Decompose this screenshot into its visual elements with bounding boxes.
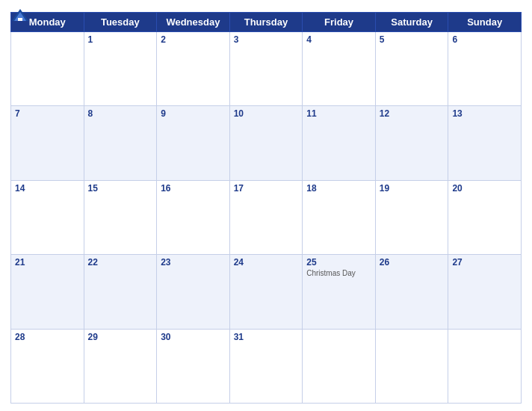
logo-icon [10, 7, 30, 24]
day-number: 25 [306, 257, 371, 268]
day-number: 2 [161, 34, 226, 45]
day-number: 16 [161, 183, 226, 194]
day-number: 28 [15, 332, 80, 342]
calendar-cell: 29 [84, 329, 157, 403]
calendar-cell: 24 [229, 255, 303, 329]
calendar-cell [375, 329, 448, 403]
calendar-cell: 26 [375, 255, 448, 329]
weekday-header-tuesday: Tuesday [84, 13, 157, 32]
calendar-cell: 27 [448, 255, 522, 329]
day-number: 27 [452, 257, 517, 268]
weekday-header-friday: Friday [303, 13, 376, 32]
day-number: 23 [161, 257, 226, 268]
day-number: 1 [88, 34, 153, 45]
calendar-cell: 11 [303, 106, 376, 180]
calendar-cell: 9 [157, 106, 230, 180]
calendar-cell: 18 [303, 180, 376, 254]
week-row-2: 78910111213 [11, 106, 522, 180]
weekday-header-wednesday: Wednesday [157, 13, 230, 32]
day-number: 31 [234, 332, 299, 342]
day-number: 11 [306, 108, 371, 119]
calendar-cell: 16 [157, 180, 230, 254]
calendar-cell: 6 [448, 32, 522, 106]
day-number: 20 [452, 183, 517, 194]
day-number: 4 [306, 34, 371, 45]
calendar-cell: 17 [229, 180, 303, 254]
week-row-1: 123456 [11, 32, 522, 106]
calendar-cell: 25Christmas Day [303, 255, 376, 329]
day-number: 9 [161, 108, 226, 119]
day-number: 30 [161, 332, 226, 342]
day-number: 17 [234, 183, 299, 194]
calendar-cell: 31 [229, 329, 303, 403]
calendar-cell: 15 [84, 180, 157, 254]
day-number: 21 [15, 257, 80, 268]
day-number: 6 [452, 34, 517, 45]
weekday-header-sunday: Sunday [448, 13, 522, 32]
calendar-cell: 20 [448, 180, 522, 254]
day-number: 29 [88, 332, 153, 342]
day-number: 14 [15, 183, 80, 194]
calendar-cell: 4 [303, 32, 376, 106]
day-number: 26 [380, 257, 445, 268]
calendar-cell: 7 [11, 106, 84, 180]
calendar-cell: 2 [157, 32, 230, 106]
calendar-cell: 3 [229, 32, 303, 106]
calendar-cell: 5 [375, 32, 448, 106]
calendar-cell [11, 32, 84, 106]
week-row-4: 2122232425Christmas Day2627 [11, 255, 522, 329]
week-row-3: 14151617181920 [11, 180, 522, 254]
calendar-cell: 19 [375, 180, 448, 254]
calendar-cell: 14 [11, 180, 84, 254]
day-number: 5 [380, 34, 445, 45]
day-number: 7 [15, 108, 80, 119]
calendar-cell: 13 [448, 106, 522, 180]
day-number: 10 [234, 108, 299, 119]
calendar-table: MondayTuesdayWednesdayThursdayFridaySatu… [10, 12, 522, 404]
calendar-cell: 30 [157, 329, 230, 403]
day-number: 24 [234, 257, 299, 268]
calendar-cell: 12 [375, 106, 448, 180]
calendar-cell [303, 329, 376, 403]
calendar-cell: 10 [229, 106, 303, 180]
day-number: 15 [88, 183, 153, 194]
weekday-header-saturday: Saturday [375, 13, 448, 32]
week-row-5: 28293031 [11, 329, 522, 403]
calendar-cell: 21 [11, 255, 84, 329]
day-number: 8 [88, 108, 153, 119]
holiday-label: Christmas Day [306, 269, 371, 277]
logo-area [10, 7, 31, 24]
weekday-header-thursday: Thursday [229, 13, 303, 32]
calendar-wrapper: MondayTuesdayWednesdayThursdayFridaySatu… [0, 0, 532, 411]
calendar-cell: 8 [84, 106, 157, 180]
calendar-cell [448, 329, 522, 403]
day-number: 22 [88, 257, 153, 268]
day-number: 3 [234, 34, 299, 45]
day-number: 13 [452, 108, 517, 119]
calendar-cell: 23 [157, 255, 230, 329]
calendar-cell: 1 [84, 32, 157, 106]
day-number: 19 [380, 183, 445, 194]
svg-rect-2 [18, 18, 22, 21]
weekday-header-row: MondayTuesdayWednesdayThursdayFridaySatu… [11, 13, 522, 32]
day-number: 18 [306, 183, 371, 194]
calendar-cell: 22 [84, 255, 157, 329]
calendar-cell: 28 [11, 329, 84, 403]
day-number: 12 [380, 108, 445, 119]
